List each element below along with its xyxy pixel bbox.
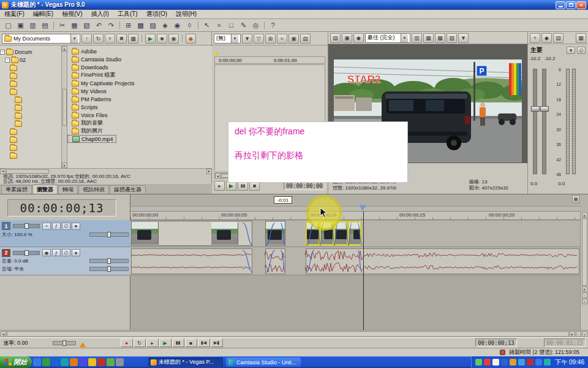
folder-icon[interactable] — [10, 137, 17, 143]
scrollbar-thumb[interactable] — [7, 331, 569, 337]
timeline-empty-area[interactable] — [130, 275, 580, 330]
file-list[interactable]: Adobe Camtasia Studio Downloads FinePrin… — [67, 46, 212, 168]
solo-button[interactable]: ● — [72, 249, 80, 256]
close-button[interactable]: ✕ — [576, 1, 586, 9]
lock-envelopes-button[interactable]: ◉ — [172, 20, 183, 31]
external-monitor-button[interactable]: ▣ — [342, 33, 352, 43]
pane-toggle-button[interactable]: ▤ — [572, 196, 579, 203]
track-level-slider[interactable] — [13, 251, 40, 255]
trimmer-time-display[interactable]: 00:00:00;00 — [284, 182, 325, 190]
tray-icon[interactable] — [510, 359, 516, 366]
audio-event[interactable] — [131, 248, 252, 274]
chevron-down-icon[interactable]: ▼ — [231, 34, 238, 43]
scroll-up-icon[interactable]: ▲ — [582, 212, 587, 218]
ignore-event-grouping-button[interactable]: ◊ — [184, 20, 195, 31]
trimmer-ruler[interactable]: 0:00:00;00 0:00:01;00 — [214, 56, 325, 64]
view-options-button[interactable]: ▦ — [576, 33, 586, 43]
volume-fader-left[interactable] — [533, 69, 537, 174]
explorer-horizontal-scrollbar[interactable]: ◄ ► — [0, 168, 212, 174]
add-marker-button[interactable]: ▼ — [242, 34, 252, 44]
cursor-marker-icon[interactable] — [359, 205, 366, 211]
views-button[interactable]: ▦ — [128, 34, 138, 44]
envelope-edit-tool-button[interactable]: ≈ — [213, 20, 225, 31]
track-motion-button[interactable]: + — [42, 223, 51, 230]
quicklaunch-icon[interactable] — [61, 358, 69, 366]
scroll-left-icon[interactable]: ◄ — [215, 173, 221, 178]
folder-icon[interactable] — [15, 98, 22, 103]
tray-icon[interactable] — [484, 359, 491, 366]
audio-event[interactable] — [306, 248, 579, 274]
quicklaunch-icon[interactable] — [79, 358, 87, 366]
stop-preview-button[interactable]: ■ — [157, 34, 167, 44]
video-track-lane[interactable] — [130, 220, 580, 247]
volume-icon[interactable] — [492, 359, 499, 366]
menu-options[interactable]: 選項(O) — [142, 10, 172, 18]
refresh-button[interactable]: ↻ — [93, 34, 104, 44]
folder-tree[interactable]: −Docum −02 ▲ ▼ — [0, 46, 67, 168]
delete-button[interactable]: ✖ — [116, 34, 127, 44]
folder-icon[interactable] — [10, 145, 17, 151]
scroll-right-icon[interactable]: ► — [570, 331, 575, 337]
insert-fx-button[interactable]: ◆ — [541, 33, 552, 43]
downmix-output-button[interactable]: ▼ — [567, 47, 575, 54]
rate-slider-thumb[interactable] — [62, 340, 66, 346]
taskbar-task-camtasia[interactable]: Camtasia Studio - Unti... — [226, 358, 301, 367]
menu-insert[interactable]: 插入(I) — [86, 10, 113, 18]
scrollbar-thumb[interactable] — [582, 218, 587, 286]
list-item[interactable]: Voice Files — [67, 111, 212, 119]
track-pan-slider[interactable] — [89, 267, 129, 271]
quicklaunch-icon[interactable] — [33, 358, 41, 366]
tray-icon[interactable] — [535, 359, 542, 366]
up-one-level-button[interactable]: ↑ — [81, 34, 92, 44]
project-video-properties-button[interactable]: ▤ — [330, 33, 341, 43]
tab-explorer[interactable]: 瀏覽器 — [32, 185, 58, 194]
scroll-left-icon[interactable]: ◄ — [1, 331, 6, 337]
tab-project-media[interactable]: 專案媒體 — [1, 185, 32, 194]
quicklaunch-icon[interactable] — [116, 358, 124, 366]
folder-icon[interactable] — [10, 74, 17, 79]
folder-icon[interactable] — [10, 82, 17, 87]
enable-snapping-button[interactable]: ⊞ — [123, 20, 134, 31]
fader-thumb[interactable] — [540, 106, 549, 112]
fader-thumb[interactable] — [531, 106, 540, 112]
scroll-right-icon[interactable]: ► — [206, 169, 212, 174]
new-project-button[interactable]: ▢ — [2, 20, 14, 31]
track-fx-button[interactable]: ƒ — [52, 223, 61, 230]
undo-button[interactable]: ↶ — [93, 20, 105, 31]
scroll-down-icon[interactable]: ▼ — [582, 286, 587, 292]
video-track-header[interactable]: 1 + ƒ ∅ ● 大小: 100.0 % — [0, 220, 130, 247]
enable-snapping-button[interactable]: ⊞ — [265, 34, 276, 44]
whats-this-help-button[interactable]: ? — [267, 20, 279, 31]
safe-areas-button[interactable]: ▩ — [435, 33, 445, 43]
list-item[interactable]: 我的圖片 — [67, 127, 212, 135]
media-manager-button[interactable]: ◆ — [186, 34, 196, 44]
address-combo[interactable]: My Documents ▼ — [2, 34, 80, 44]
list-item-selected[interactable]: Chap00.mp4 — [67, 135, 116, 143]
quicklaunch-icon[interactable] — [107, 358, 115, 366]
open-in-audio-editor-button[interactable]: ≈ — [277, 34, 287, 44]
folder-icon[interactable] — [10, 90, 17, 95]
scroll-up-icon[interactable]: ▲ — [62, 46, 67, 52]
tree-vertical-scrollbar[interactable]: ▲ ▼ — [61, 46, 67, 168]
go-to-start-button[interactable]: ▮◀ — [198, 339, 210, 347]
zoom-edit-tool-button[interactable]: ◎ — [250, 20, 262, 31]
cut-button[interactable]: ✂ — [56, 20, 68, 31]
scrollbar-thumb[interactable] — [62, 89, 67, 126]
add-region-button[interactable]: ▽ — [254, 34, 264, 44]
chevron-down-icon[interactable]: ▼ — [401, 34, 408, 42]
dim-output-button[interactable]: ∅ — [577, 47, 586, 54]
solo-button[interactable]: ● — [72, 223, 80, 230]
folder-icon[interactable] — [10, 129, 17, 135]
redo-button[interactable]: ↷ — [105, 20, 117, 31]
timeline-ruler[interactable]: 00:00:00;00 00:00:00;05 00:00:00;10 00:0… — [130, 212, 580, 220]
play-button[interactable]: ▶ — [159, 339, 172, 347]
audio-track-header[interactable]: 2 ◉ ƒ ∅ ● 音量: 0.0 dB 音場: 中央 — [0, 247, 130, 275]
paste-button[interactable]: ▧ — [81, 20, 92, 31]
scrollbar-thumb[interactable] — [6, 169, 49, 174]
tree-item-label[interactable]: Docum — [15, 49, 32, 55]
marker-bar[interactable]: -0:01 ▤ — [130, 194, 580, 212]
start-preview-button[interactable]: ▶ — [145, 34, 156, 44]
maximize-button[interactable] — [566, 1, 576, 9]
folder-icon[interactable] — [15, 113, 22, 119]
preview-quality-combo[interactable]: 最佳 (完全) ▼ — [365, 33, 410, 43]
